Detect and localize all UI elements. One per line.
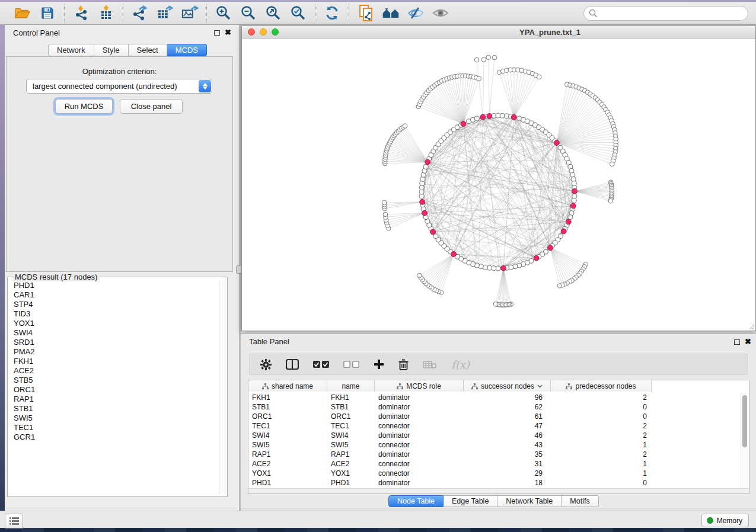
network-window-titlebar[interactable]: YPA_prune.txt_1: [242, 26, 755, 39]
task-history-button[interactable]: [5, 514, 23, 528]
show-columns-icon[interactable]: [286, 359, 299, 370]
tab-motifs[interactable]: Motifs: [562, 495, 598, 507]
window-zoom-icon[interactable]: [272, 28, 279, 36]
dominator-node[interactable]: [422, 210, 428, 216]
column-header-MCDS-role[interactable]: MCDS role: [375, 380, 464, 392]
open-file-icon[interactable]: [14, 4, 31, 22]
mcds-result-item[interactable]: PMA2: [8, 347, 219, 357]
criterion-dropdown[interactable]: largest connected component (undirected): [26, 79, 212, 94]
run-mcds-button[interactable]: Run MCDS: [55, 99, 113, 114]
delete-column-icon[interactable]: [398, 359, 409, 370]
table-panel-float-icon[interactable]: [734, 339, 740, 345]
zoom-out-icon[interactable]: [240, 4, 257, 22]
network-from-file-icon[interactable]: [357, 4, 375, 22]
column-header-predecessor-nodes[interactable]: predecessor nodes: [551, 380, 652, 392]
sort-desc-icon: [537, 384, 543, 388]
dominator-node[interactable]: [511, 114, 516, 120]
cell-successor-nodes: 35: [464, 450, 551, 459]
first-neighbors-icon[interactable]: [382, 4, 400, 22]
mcds-result-item[interactable]: SRD1: [8, 338, 219, 347]
window-resize-grip[interactable]: [748, 323, 754, 329]
save-icon[interactable]: [39, 4, 56, 22]
tab-edge-table[interactable]: Edge Table: [444, 495, 497, 507]
show-all-icon[interactable]: [432, 4, 449, 22]
tab-network-table[interactable]: Network Table: [497, 495, 562, 507]
dominator-node[interactable]: [420, 199, 425, 204]
table-row[interactable]: SWI5SWI5connector431: [248, 440, 741, 450]
export-table-icon[interactable]: [156, 4, 174, 22]
search-input[interactable]: [583, 6, 748, 21]
column-header-successor-nodes[interactable]: successor nodes: [464, 380, 551, 392]
zoom-selected-icon[interactable]: [289, 4, 307, 22]
dominator-node[interactable]: [566, 219, 571, 225]
tab-select[interactable]: Select: [129, 44, 167, 56]
dominator-node[interactable]: [534, 255, 539, 261]
refresh-icon[interactable]: [323, 4, 341, 22]
hide-selected-icon[interactable]: [407, 4, 425, 22]
mcds-result-item[interactable]: CAR1: [8, 290, 219, 300]
mcds-result-item[interactable]: GCR1: [8, 432, 219, 442]
mcds-result-item[interactable]: FKH1: [8, 357, 219, 366]
table-row[interactable]: FKH1FKH1dominator962: [248, 393, 741, 402]
close-panel-button[interactable]: Close panel: [120, 99, 183, 114]
mcds-result-item[interactable]: SWI4: [8, 328, 219, 338]
dominator-node[interactable]: [554, 140, 559, 146]
mcds-result-item[interactable]: TEC1: [8, 423, 219, 432]
table-row[interactable]: YOX1YOX1connector291: [248, 469, 741, 478]
dominator-node[interactable]: [487, 113, 492, 118]
table-row[interactable]: ACE2ACE2connector311: [248, 459, 741, 469]
table-row[interactable]: ORC1ORC1dominator610: [248, 412, 741, 421]
memory-button[interactable]: Memory: [701, 514, 749, 527]
table-row[interactable]: SWI4SWI4dominator462: [248, 431, 741, 440]
tab-mcds[interactable]: MCDS: [167, 44, 207, 56]
export-network-icon[interactable]: [131, 4, 149, 22]
mcds-result-item[interactable]: RAP1: [8, 395, 219, 404]
zoom-in-icon[interactable]: [215, 4, 232, 22]
dominator-node[interactable]: [430, 229, 436, 235]
import-table-icon[interactable]: [97, 4, 115, 22]
mcds-result-item[interactable]: ORC1: [8, 385, 219, 395]
dominator-node[interactable]: [501, 265, 506, 271]
network-canvas[interactable]: [242, 39, 755, 331]
table-settings-gear-icon[interactable]: [260, 359, 272, 370]
tab-network[interactable]: Network: [48, 44, 94, 56]
table-row[interactable]: PHD1PHD1dominator180: [248, 478, 741, 488]
table-scrollbar-thumb[interactable]: [742, 395, 747, 447]
dominator-node[interactable]: [425, 159, 430, 165]
column-header-shared-name[interactable]: shared name: [248, 380, 327, 392]
table-row[interactable]: RAP1RAP1dominator352: [248, 450, 741, 459]
mcds-list-scrollbar[interactable]: [219, 281, 227, 494]
mcds-result-item[interactable]: ACE2: [8, 366, 219, 376]
export-image-icon[interactable]: [181, 4, 199, 22]
column-header-name[interactable]: name: [327, 380, 375, 392]
mcds-result-item[interactable]: YOX1: [8, 319, 219, 328]
mcds-result-item[interactable]: PHD1: [8, 281, 219, 290]
dominator-node[interactable]: [572, 188, 578, 194]
mcds-result-item[interactable]: SWI5: [8, 414, 219, 423]
mcds-result-item[interactable]: TID3: [8, 309, 219, 319]
add-column-icon[interactable]: [374, 359, 384, 370]
dominator-node[interactable]: [570, 203, 576, 209]
mcds-result-item[interactable]: STP4: [8, 300, 219, 309]
dominator-node[interactable]: [451, 252, 457, 257]
mcds-result-item[interactable]: STB5: [8, 376, 219, 385]
import-network-icon[interactable]: [72, 4, 90, 22]
dominator-node[interactable]: [480, 114, 486, 120]
tab-style[interactable]: Style: [94, 44, 129, 56]
tab-node-table[interactable]: Node Table: [388, 495, 444, 507]
zoom-fit-icon[interactable]: [264, 4, 282, 22]
dominator-node[interactable]: [561, 229, 566, 234]
table-row[interactable]: STB1STB1dominator620: [248, 402, 741, 412]
dominator-node[interactable]: [548, 245, 553, 251]
control-panel-float-icon[interactable]: [214, 30, 220, 36]
window-close-icon[interactable]: [248, 28, 255, 36]
deselect-all-icon[interactable]: [343, 361, 359, 368]
table-scrollbar[interactable]: [741, 393, 748, 489]
dominator-node[interactable]: [461, 121, 466, 127]
select-all-icon[interactable]: [313, 361, 329, 368]
table-panel-close-icon[interactable]: ✖: [745, 339, 751, 344]
table-row[interactable]: TEC1TEC1connector472: [248, 421, 741, 431]
mcds-result-item[interactable]: STB1: [8, 404, 219, 414]
window-minimize-icon[interactable]: [260, 28, 267, 36]
control-panel-close-icon[interactable]: ✖: [225, 30, 231, 35]
